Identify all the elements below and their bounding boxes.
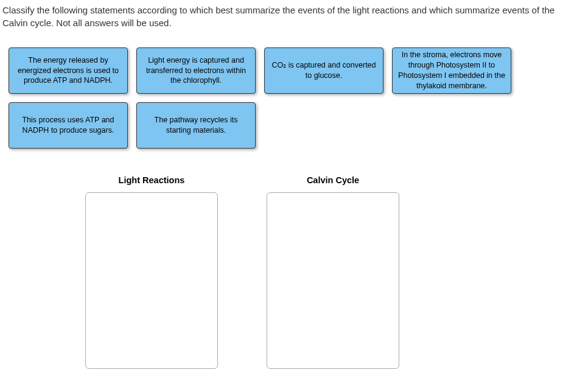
card-row-2: This process uses ATP and NADPH to produ… bbox=[9, 102, 565, 149]
card-co2-captured[interactable]: CO₂ is captured and converted to glucose… bbox=[264, 47, 383, 94]
drop-zones-container: Light Reactions Calvin Cycle bbox=[0, 157, 574, 369]
draggable-cards-area: The energy released by energized electro… bbox=[0, 41, 574, 149]
question-prompt: Classify the following statements accord… bbox=[0, 0, 574, 41]
light-reactions-title: Light Reactions bbox=[119, 175, 185, 185]
light-reactions-dropzone[interactable] bbox=[85, 192, 218, 369]
calvin-cycle-column: Calvin Cycle bbox=[267, 175, 399, 369]
card-energy-released[interactable]: The energy released by energized electro… bbox=[9, 47, 128, 94]
card-row-1: The energy released by energized electro… bbox=[9, 47, 565, 94]
card-uses-atp-nadph[interactable]: This process uses ATP and NADPH to produ… bbox=[9, 102, 128, 149]
card-stroma-electrons[interactable]: In the stroma, electrons move through Ph… bbox=[392, 47, 511, 94]
card-light-energy[interactable]: Light energy is captured and transferred… bbox=[136, 47, 256, 94]
card-recycles-materials[interactable]: The pathway recycles its starting materi… bbox=[136, 102, 256, 149]
light-reactions-column: Light Reactions bbox=[85, 175, 218, 369]
calvin-cycle-title: Calvin Cycle bbox=[307, 175, 359, 185]
calvin-cycle-dropzone[interactable] bbox=[267, 192, 399, 369]
